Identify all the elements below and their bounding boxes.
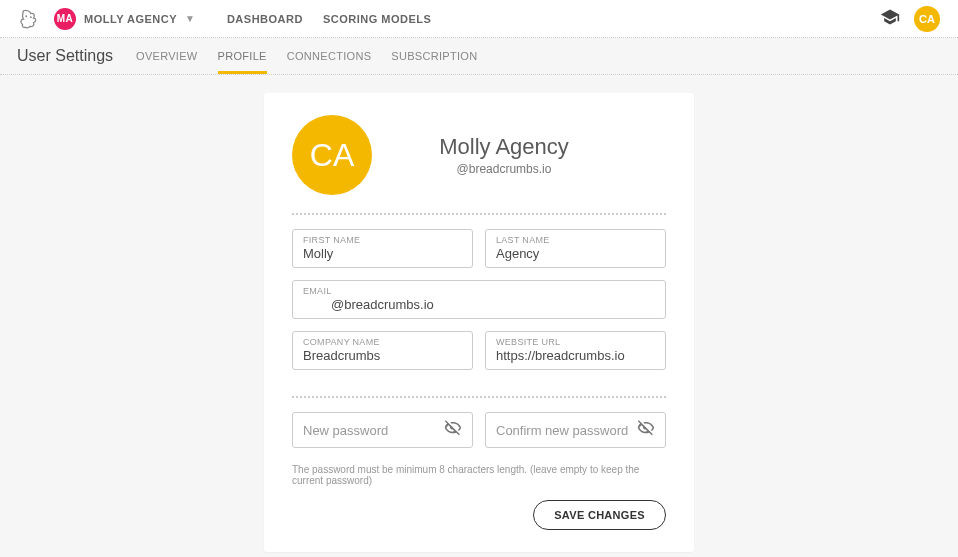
website-url-input[interactable] [496, 348, 655, 363]
actions-row: SAVE CHANGES [292, 500, 666, 530]
tab-profile[interactable]: PROFILE [218, 38, 267, 74]
last-name-input[interactable] [496, 246, 655, 261]
tab-subscription[interactable]: SUBSCRIPTION [391, 38, 477, 74]
profile-card: CA Molly Agency @breadcrumbs.io FIRST NA… [264, 93, 694, 552]
chevron-down-icon: ▼ [185, 13, 195, 24]
eye-off-icon[interactable] [637, 419, 655, 441]
svg-point-1 [30, 16, 32, 18]
account-selector[interactable]: MA MOLLY AGENCY ▼ [54, 8, 195, 30]
new-password-field[interactable] [292, 412, 473, 448]
confirm-password-input[interactable] [496, 423, 631, 438]
graduation-cap-icon[interactable] [880, 7, 900, 31]
divider [292, 213, 666, 215]
nav-link-dashboard[interactable]: DASHBOARD [227, 13, 303, 25]
company-name-label: COMPANY NAME [303, 337, 462, 347]
company-name-field[interactable]: COMPANY NAME [292, 331, 473, 370]
password-helper-text: The password must be minimum 8 character… [292, 464, 666, 486]
first-name-label: FIRST NAME [303, 235, 462, 245]
first-name-field[interactable]: FIRST NAME [292, 229, 473, 268]
company-name-input[interactable] [303, 348, 462, 363]
svg-point-0 [25, 15, 27, 17]
last-name-field[interactable]: LAST NAME [485, 229, 666, 268]
name-row: FIRST NAME LAST NAME [292, 229, 666, 280]
user-avatar[interactable]: CA [914, 6, 940, 32]
password-row [292, 412, 666, 460]
new-password-input[interactable] [303, 423, 438, 438]
website-url-field[interactable]: WEBSITE URL [485, 331, 666, 370]
save-changes-button[interactable]: SAVE CHANGES [533, 500, 666, 530]
eye-off-icon[interactable] [444, 419, 462, 441]
page-title: User Settings [17, 47, 113, 65]
profile-display-name: Molly Agency [439, 134, 569, 160]
tab-connections[interactable]: CONNECTIONS [287, 38, 372, 74]
sub-bar: User Settings OVERVIEW PROFILE CONNECTIO… [0, 38, 958, 75]
nav-links: DASHBOARD SCORING MODELS [227, 13, 431, 25]
last-name-label: LAST NAME [496, 235, 655, 245]
email-input[interactable] [303, 297, 655, 312]
content-area: CA Molly Agency @breadcrumbs.io FIRST NA… [0, 75, 958, 557]
first-name-input[interactable] [303, 246, 462, 261]
divider [292, 396, 666, 398]
email-field[interactable]: EMAIL [292, 280, 666, 319]
account-badge: MA [54, 8, 76, 30]
account-name-label: MOLLY AGENCY [84, 13, 177, 25]
profile-avatar: CA [292, 115, 372, 195]
top-nav-right: CA [880, 6, 940, 32]
profile-header: CA Molly Agency @breadcrumbs.io [292, 115, 666, 195]
profile-handle: @breadcrumbs.io [457, 162, 552, 176]
logo-icon[interactable] [18, 8, 40, 30]
company-row: COMPANY NAME WEBSITE URL [292, 331, 666, 382]
profile-info: Molly Agency @breadcrumbs.io [392, 134, 666, 176]
website-url-label: WEBSITE URL [496, 337, 655, 347]
email-label: EMAIL [303, 286, 655, 296]
top-nav: MA MOLLY AGENCY ▼ DASHBOARD SCORING MODE… [0, 0, 958, 38]
tab-overview[interactable]: OVERVIEW [136, 38, 198, 74]
top-nav-left: MA MOLLY AGENCY ▼ DASHBOARD SCORING MODE… [18, 8, 431, 30]
nav-link-scoring-models[interactable]: SCORING MODELS [323, 13, 431, 25]
sub-tabs: OVERVIEW PROFILE CONNECTIONS SUBSCRIPTIO… [136, 38, 477, 74]
confirm-password-field[interactable] [485, 412, 666, 448]
